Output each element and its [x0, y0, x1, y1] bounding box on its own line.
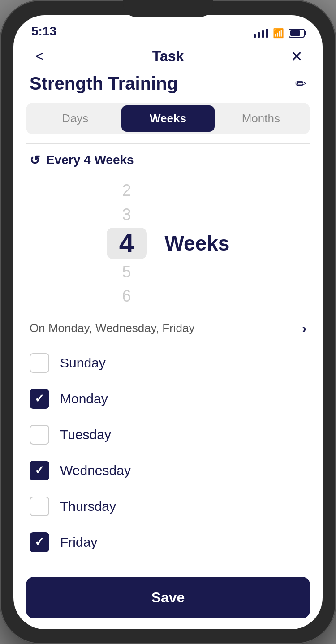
save-button[interactable]: Save: [26, 577, 310, 618]
tab-days[interactable]: Days: [29, 105, 121, 132]
wifi-icon: 📶: [273, 28, 284, 39]
status-bar: 5:13 📶: [13, 15, 323, 42]
schedule-text: On Monday, Wednesday, Friday: [30, 321, 195, 335]
battery-icon: [289, 29, 305, 38]
day-item-sunday[interactable]: Sunday: [30, 345, 306, 381]
checkmark-monday: ✓: [34, 392, 44, 406]
schedule-row[interactable]: On Monday, Wednesday, Friday ›: [30, 321, 306, 336]
edit-icon[interactable]: ✏: [295, 76, 306, 91]
tab-months[interactable]: Months: [215, 105, 307, 132]
back-button[interactable]: <: [30, 47, 49, 66]
day-label-sunday: Sunday: [60, 355, 106, 371]
phone-screen: 5:13 📶 < Task ✕ Strength Training ✏: [13, 15, 323, 629]
day-item-wednesday[interactable]: ✓ Wednesday: [30, 453, 306, 488]
schedule-section: On Monday, Wednesday, Friday ›: [13, 316, 323, 345]
repeat-icon: ↺: [30, 153, 40, 168]
days-list: Sunday ✓ Monday Tuesday ✓ Wednesday Th: [13, 345, 323, 570]
picker-row: 2 3 4 5 6 Weeks: [13, 175, 323, 316]
divider: [26, 143, 310, 144]
checkbox-wednesday[interactable]: ✓: [30, 461, 49, 480]
checkbox-friday[interactable]: ✓: [30, 532, 49, 552]
picker-num-2[interactable]: 2: [109, 179, 145, 202]
number-picker[interactable]: 2 3 4 5 6: [107, 179, 147, 307]
picker-num-3[interactable]: 3: [109, 203, 145, 226]
segment-container: Days Weeks Months: [13, 103, 323, 134]
repeat-text: Every 4 Weeks: [46, 153, 134, 167]
checkbox-tuesday[interactable]: [30, 425, 49, 445]
checkbox-thursday[interactable]: [30, 497, 49, 516]
status-icons: 📶: [254, 28, 305, 39]
tab-weeks[interactable]: Weeks: [121, 105, 214, 132]
day-label-friday: Friday: [60, 535, 97, 550]
phone-frame: 5:13 📶 < Task ✕ Strength Training ✏: [0, 0, 336, 644]
picker-num-6[interactable]: 6: [109, 285, 145, 307]
chevron-right-icon: ›: [302, 321, 306, 336]
repeat-section: ↺ Every 4 Weeks: [13, 153, 323, 175]
day-item-thursday[interactable]: Thursday: [30, 488, 306, 524]
picker-unit: Weeks: [165, 231, 230, 255]
day-label-tuesday: Tuesday: [60, 427, 111, 442]
picker-num-5[interactable]: 5: [109, 261, 145, 283]
notch: [123, 0, 213, 17]
day-label-monday: Monday: [60, 391, 108, 406]
checkbox-sunday[interactable]: [30, 353, 49, 373]
status-time: 5:13: [31, 24, 56, 39]
repeat-label: ↺ Every 4 Weeks: [30, 153, 306, 168]
picker-num-4[interactable]: 4: [107, 228, 147, 259]
segment-control: Days Weeks Months: [26, 103, 310, 134]
signal-icon: [254, 29, 268, 38]
day-label-thursday: Thursday: [60, 499, 116, 514]
nav-title: Task: [152, 48, 184, 65]
checkmark-wednesday: ✓: [34, 463, 44, 477]
close-button[interactable]: ✕: [287, 47, 306, 66]
day-item-monday[interactable]: ✓ Monday: [30, 381, 306, 417]
day-item-tuesday[interactable]: Tuesday: [30, 417, 306, 453]
top-nav: < Task ✕: [13, 42, 323, 73]
checkmark-friday: ✓: [34, 535, 44, 549]
page-title-row: Strength Training ✏: [13, 73, 323, 103]
page-title: Strength Training: [30, 73, 178, 94]
day-label-wednesday: Wednesday: [60, 463, 131, 478]
checkbox-monday[interactable]: ✓: [30, 389, 49, 409]
day-item-friday[interactable]: ✓ Friday: [30, 524, 306, 560]
